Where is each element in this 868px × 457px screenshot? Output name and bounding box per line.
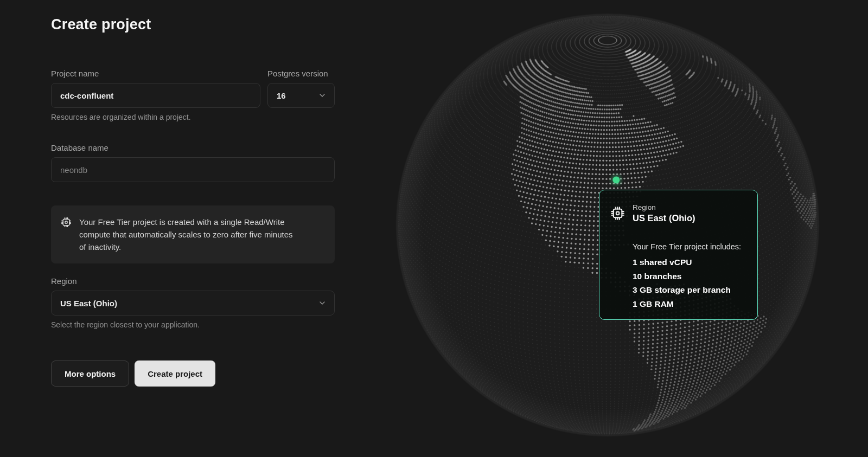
- create-project-form: Create project Project name Postgres ver…: [51, 16, 335, 387]
- project-name-helper: Resources are organized within a project…: [51, 113, 335, 121]
- list-item: 1 GB RAM: [633, 297, 746, 311]
- region-helper: Select the region closest to your applic…: [51, 320, 335, 329]
- postgres-version-value: 16: [277, 91, 286, 100]
- database-name-input[interactable]: [51, 157, 335, 182]
- project-name-field: Project name: [51, 69, 260, 108]
- region-card-header: Region US East (Ohio): [610, 203, 746, 223]
- database-name-label: Database name: [51, 143, 335, 152]
- database-name-field: Database name: [51, 143, 335, 182]
- region-value: US East (Ohio): [60, 299, 117, 308]
- project-name-label: Project name: [51, 69, 260, 78]
- cpu-icon: [610, 206, 625, 221]
- create-project-button[interactable]: Create project: [135, 361, 215, 387]
- postgres-version-field: Postgres version 16: [267, 69, 335, 108]
- region-label: Region: [51, 276, 335, 286]
- free-tier-notice-text: Your Free Tier project is created with a…: [79, 216, 301, 253]
- chevron-down-icon: [318, 91, 327, 100]
- project-name-input[interactable]: [51, 83, 260, 108]
- more-options-button[interactable]: More options: [51, 361, 129, 387]
- cpu-icon: [61, 217, 72, 228]
- region-card-label: Region: [633, 203, 695, 211]
- region-field: Region US East (Ohio) Select the region …: [51, 276, 335, 329]
- page-title: Create project: [51, 16, 335, 33]
- list-item: 10 branches: [633, 269, 746, 284]
- postgres-version-select[interactable]: 16: [267, 83, 335, 108]
- chevron-down-icon: [318, 299, 327, 307]
- list-item: 3 GB storage per branch: [633, 283, 746, 297]
- free-tier-includes-title: Your Free Tier project includes:: [633, 242, 746, 251]
- region-select[interactable]: US East (Ohio): [51, 291, 335, 316]
- region-card-region-name: US East (Ohio): [633, 213, 695, 223]
- free-tier-includes-list: 1 shared vCPU 10 branches 3 GB storage p…: [633, 255, 746, 311]
- list-item: 1 shared vCPU: [633, 255, 746, 269]
- region-tooltip-card: Region US East (Ohio) Your Free Tier pro…: [599, 190, 758, 320]
- form-actions: More options Create project: [51, 361, 335, 387]
- postgres-version-label: Postgres version: [267, 69, 335, 78]
- free-tier-notice: Your Free Tier project is created with a…: [51, 205, 335, 263]
